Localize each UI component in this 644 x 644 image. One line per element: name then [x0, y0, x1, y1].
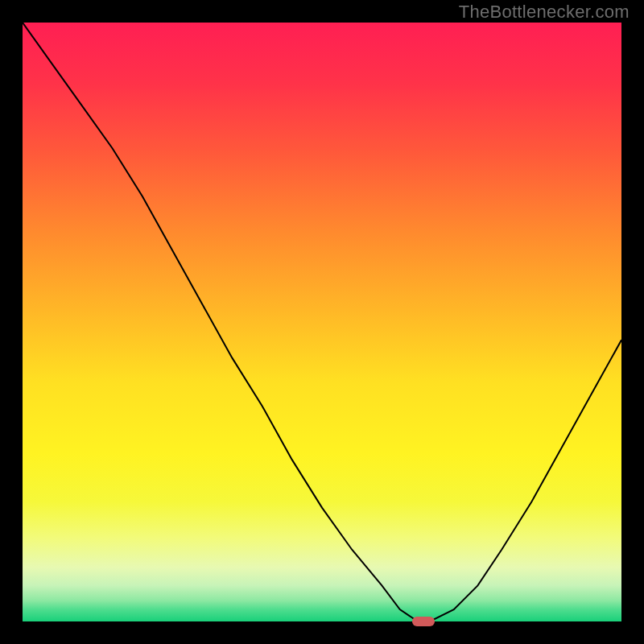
optimum-marker: [412, 617, 435, 626]
bottleneck-curve: [23, 23, 621, 621]
chart-container: TheBottlenecker.com: [0, 0, 644, 644]
watermark-text: TheBottlenecker.com: [459, 2, 630, 23]
plot-area: [23, 23, 621, 621]
